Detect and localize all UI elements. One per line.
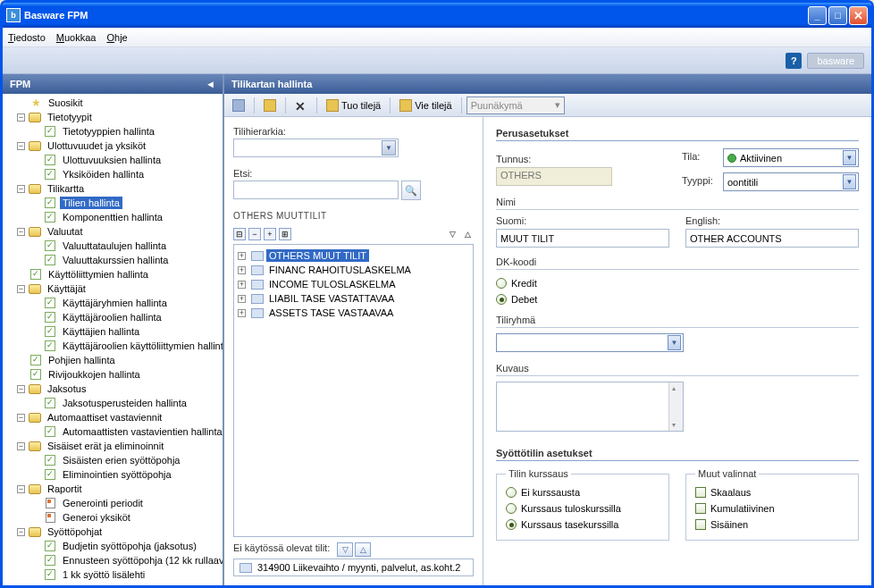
tree-toggle-icon[interactable]: + (238, 309, 246, 317)
nav-item[interactable]: Käyttäjäryhmien hallinta (3, 296, 223, 310)
nav-item[interactable]: Rivijoukkojen hallinta (3, 367, 223, 382)
nav-item[interactable]: −Käyttäjät (3, 281, 223, 296)
nav-item[interactable]: Käyttäjäroolien käyttöliittymien hallint… (3, 339, 223, 353)
nav-item[interactable]: Käyttäjäroolien hallinta (3, 310, 223, 324)
radio-rate-income[interactable]: Kurssaus tuloskurssilla (506, 500, 660, 517)
nav-item[interactable]: Valuuttakurssien hallinta (3, 253, 223, 267)
nav-item[interactable]: Tilien hallinta (3, 196, 223, 210)
nav-item[interactable]: ★Suosikit (3, 96, 223, 110)
tree-down-icon[interactable]: ▽ (446, 228, 458, 240)
status-combo[interactable]: Aktiivinen ▼ (723, 148, 859, 167)
fi-input[interactable] (496, 229, 669, 248)
desc-textarea[interactable] (496, 382, 684, 432)
move-down-button[interactable]: ▽ (337, 542, 353, 557)
nav-item[interactable]: Sisäisten erien syöttöpohja (3, 453, 223, 467)
new-button[interactable] (259, 97, 281, 114)
search-input[interactable] (233, 181, 399, 199)
nav-item[interactable]: Automaattisten vastavientien hallinta (3, 424, 223, 439)
menu-edit[interactable]: Muokkaa (56, 32, 97, 43)
sidebar-collapse-icon[interactable]: ◄ (206, 79, 215, 89)
nav-item[interactable]: Käyttöliittymien hallinta (3, 267, 223, 281)
en-input[interactable] (685, 229, 859, 248)
nav-item[interactable]: Pohjien hallinta (3, 353, 223, 367)
nav-label: Tietotyypit (45, 111, 95, 123)
nav-item[interactable]: 1 kk syöttö lisälehti (3, 567, 223, 582)
radio-rate-none[interactable]: Ei kurssausta (506, 484, 660, 500)
tree-toggle-icon[interactable]: − (17, 228, 25, 236)
tree-toggle-icon[interactable]: − (17, 414, 25, 422)
folder-icon (28, 139, 42, 152)
tree-btn-3[interactable]: + (264, 228, 276, 240)
help-button[interactable]: ? (786, 53, 802, 69)
search-button[interactable]: 🔍 (401, 181, 421, 200)
view-combo[interactable]: Puunäkymä▾ (466, 97, 565, 114)
tree-toggle-icon[interactable]: − (17, 142, 25, 150)
account-item[interactable]: +LIABIL TASE VASTATTAVAA (238, 291, 469, 306)
radio-icon (506, 519, 517, 530)
nav-item[interactable]: Eliminointien syöttöpohja (3, 467, 223, 482)
nav-item[interactable]: Ulottuvuuksien hallinta (3, 153, 223, 167)
tree-toggle-icon[interactable]: − (17, 185, 25, 193)
tree-btn-2[interactable]: − (248, 228, 261, 240)
unused-list[interactable]: 314900 Liikevaihto / myynti, palvelut, a… (233, 559, 474, 576)
nav-item[interactable]: Generoi yksiköt (3, 510, 223, 525)
nav-item[interactable]: Käyttäjien hallinta (3, 324, 223, 339)
export-button[interactable]: Vie tilejä (395, 97, 456, 114)
group-combo[interactable]: ▼ (496, 333, 684, 352)
radio-icon (496, 294, 507, 305)
tree-toggle-icon[interactable]: + (238, 281, 246, 289)
tree-toggle-icon[interactable]: − (17, 442, 25, 450)
hierarchy-combo[interactable]: ▼ (233, 139, 399, 157)
nav-item[interactable]: −Valuutat (3, 224, 223, 239)
scrollbar[interactable] (668, 382, 683, 431)
tree-btn-1[interactable]: ⊟ (233, 228, 246, 240)
tree-up-icon[interactable]: △ (461, 228, 474, 240)
nav-item[interactable]: −Ulottuvuudet ja yksiköt (3, 139, 223, 153)
delete-button[interactable]: ✕ (290, 97, 312, 114)
minimize-button[interactable]: _ (808, 6, 827, 25)
radio-debet[interactable]: Debet (496, 291, 859, 307)
check-cumulative[interactable]: Kumulatiivinen (695, 500, 849, 517)
check-internal[interactable]: Sisäinen (695, 517, 849, 533)
nav-item[interactable]: Ennusteen syöttöpohja (12 kk rullaava) (3, 553, 223, 567)
close-button[interactable]: ✕ (849, 6, 868, 25)
account-item[interactable]: +INCOME TULOSLASKELMA (238, 277, 469, 291)
nav-item[interactable]: Budjetin syöttöpohja (jaksotus) (3, 539, 223, 553)
tree-btn-4[interactable]: ⊞ (279, 228, 291, 240)
nav-item[interactable]: Jaksotusperusteiden hallinta (3, 396, 223, 410)
nav-item[interactable]: Komponenttien hallinta (3, 210, 223, 224)
save-button[interactable] (228, 97, 249, 114)
account-item[interactable]: +OTHERS MUUT TILIT (238, 248, 469, 263)
nav-item[interactable]: Generointi periodit (3, 496, 223, 510)
account-item[interactable]: +ASSETS TASE VASTAAVAA (238, 306, 469, 320)
move-up-button[interactable]: △ (355, 542, 371, 557)
account-item[interactable]: +FINANC RAHOITUSLASKELMA (238, 263, 469, 277)
nav-item[interactable]: −Automaattiset vastaviennit (3, 410, 223, 424)
nav-item[interactable]: Valuuttataulujen hallinta (3, 239, 223, 253)
tree-toggle-icon[interactable]: + (238, 266, 246, 274)
nav-item[interactable]: −Jaksotus (3, 382, 223, 396)
check-scaling[interactable]: Skaalaus (695, 484, 849, 500)
tree-toggle-icon[interactable]: + (238, 252, 246, 260)
nav-item[interactable]: −Tilikartta (3, 181, 223, 196)
tree-toggle-icon[interactable]: − (17, 485, 25, 493)
maximize-button[interactable]: □ (828, 6, 847, 25)
menu-file[interactable]: Tiedosto (8, 32, 46, 43)
menu-help[interactable]: Ohje (106, 32, 127, 43)
tree-toggle-icon[interactable]: − (17, 285, 25, 293)
tree-toggle-icon[interactable]: − (17, 528, 25, 536)
type-combo[interactable]: oontitili ▼ (723, 172, 859, 191)
nav-item[interactable]: Yksiköiden hallinta (3, 167, 223, 181)
nav-item[interactable]: −Sisäiset erät ja eliminoinnit (3, 439, 223, 453)
radio-kredit[interactable]: Kredit (496, 275, 859, 291)
nav-item[interactable]: −Tietotyypit (3, 110, 223, 124)
nav-item[interactable]: −Raportit (3, 482, 223, 496)
radio-rate-balance[interactable]: Kurssaus tasekurssilla (506, 517, 660, 533)
tree-toggle-icon[interactable]: − (17, 385, 25, 393)
import-button[interactable]: Tuo tilejä (322, 97, 385, 114)
tree-toggle-icon[interactable]: + (238, 295, 246, 303)
tree-toggle-icon[interactable]: − (17, 113, 25, 122)
nav-item[interactable]: −Syöttöpohjat (3, 525, 223, 539)
nav-item[interactable]: Tietotyyppien hallinta (3, 124, 223, 139)
brand-button[interactable]: basware (807, 53, 864, 69)
